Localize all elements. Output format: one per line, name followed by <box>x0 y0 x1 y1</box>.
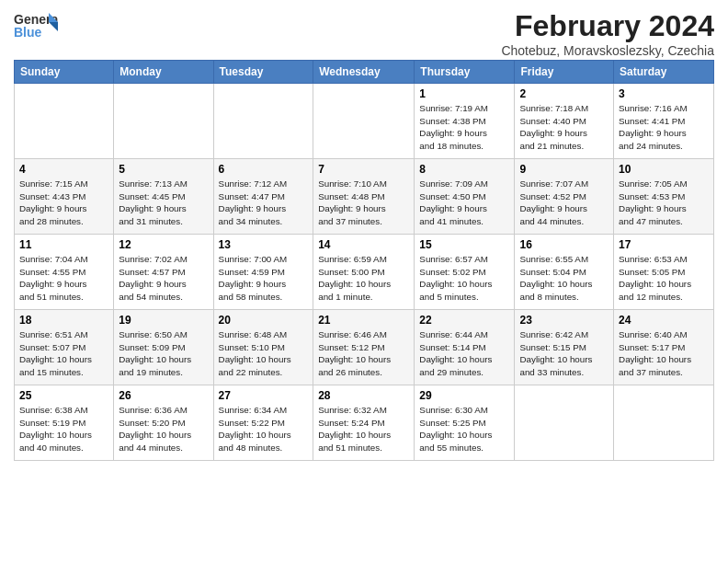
day-number: 16 <box>519 238 609 251</box>
day-info: Sunrise: 6:55 AM Sunset: 5:04 PM Dayligh… <box>519 253 609 304</box>
day-info: Sunrise: 7:02 AM Sunset: 4:57 PM Dayligh… <box>119 253 208 304</box>
calendar-cell: 19Sunrise: 6:50 AM Sunset: 5:09 PM Dayli… <box>114 310 213 385</box>
day-number: 24 <box>619 314 709 327</box>
day-number: 25 <box>19 389 108 402</box>
month-title: February 2024 <box>501 9 714 43</box>
day-info: Sunrise: 7:00 AM Sunset: 4:59 PM Dayligh… <box>219 253 309 304</box>
weekday-header-wednesday: Wednesday <box>313 61 415 84</box>
day-info: Sunrise: 6:50 AM Sunset: 5:09 PM Dayligh… <box>119 328 208 379</box>
weekday-header-thursday: Thursday <box>415 61 515 84</box>
day-number: 6 <box>219 163 309 176</box>
weekday-header-friday: Friday <box>515 61 614 84</box>
calendar-cell <box>213 84 313 159</box>
calendar-cell: 13Sunrise: 7:00 AM Sunset: 4:59 PM Dayli… <box>213 235 313 310</box>
calendar-cell: 18Sunrise: 6:51 AM Sunset: 5:07 PM Dayli… <box>15 310 114 385</box>
calendar-cell: 4Sunrise: 7:15 AM Sunset: 4:43 PM Daylig… <box>15 159 114 235</box>
calendar-cell: 25Sunrise: 6:38 AM Sunset: 5:19 PM Dayli… <box>15 385 114 461</box>
day-number: 19 <box>119 314 208 327</box>
day-number: 11 <box>19 238 108 251</box>
calendar-cell <box>15 84 114 159</box>
day-info: Sunrise: 7:15 AM Sunset: 4:43 PM Dayligh… <box>19 178 108 228</box>
day-info: Sunrise: 6:44 AM Sunset: 5:14 PM Dayligh… <box>419 328 509 379</box>
day-info: Sunrise: 6:40 AM Sunset: 5:17 PM Dayligh… <box>619 328 709 379</box>
calendar-cell: 29Sunrise: 6:30 AM Sunset: 5:25 PM Dayli… <box>415 385 515 461</box>
calendar-cell: 3Sunrise: 7:16 AM Sunset: 4:41 PM Daylig… <box>614 84 714 159</box>
calendar-cell: 10Sunrise: 7:05 AM Sunset: 4:53 PM Dayli… <box>614 159 714 235</box>
calendar-cell: 9Sunrise: 7:07 AM Sunset: 4:52 PM Daylig… <box>515 159 614 235</box>
calendar-cell: 15Sunrise: 6:57 AM Sunset: 5:02 PM Dayli… <box>415 235 515 310</box>
calendar-cell: 17Sunrise: 6:53 AM Sunset: 5:05 PM Dayli… <box>614 235 714 310</box>
day-info: Sunrise: 7:19 AM Sunset: 4:38 PM Dayligh… <box>419 102 509 153</box>
day-info: Sunrise: 7:12 AM Sunset: 4:47 PM Dayligh… <box>219 178 309 228</box>
calendar-cell: 7Sunrise: 7:10 AM Sunset: 4:48 PM Daylig… <box>313 159 415 235</box>
day-info: Sunrise: 7:10 AM Sunset: 4:48 PM Dayligh… <box>318 178 409 228</box>
day-info: Sunrise: 7:16 AM Sunset: 4:41 PM Dayligh… <box>619 102 709 153</box>
day-info: Sunrise: 7:13 AM Sunset: 4:45 PM Dayligh… <box>119 178 208 228</box>
calendar-cell: 22Sunrise: 6:44 AM Sunset: 5:14 PM Dayli… <box>415 310 515 385</box>
day-info: Sunrise: 7:07 AM Sunset: 4:52 PM Dayligh… <box>519 178 609 228</box>
day-number: 1 <box>419 87 509 100</box>
day-number: 9 <box>519 163 609 176</box>
day-number: 18 <box>19 314 108 327</box>
day-info: Sunrise: 6:32 AM Sunset: 5:24 PM Dayligh… <box>318 404 409 454</box>
calendar-cell: 24Sunrise: 6:40 AM Sunset: 5:17 PM Dayli… <box>614 310 714 385</box>
calendar-cell: 20Sunrise: 6:48 AM Sunset: 5:10 PM Dayli… <box>213 310 313 385</box>
calendar-cell: 6Sunrise: 7:12 AM Sunset: 4:47 PM Daylig… <box>213 159 313 235</box>
day-number: 12 <box>119 238 208 251</box>
day-number: 2 <box>519 87 609 100</box>
day-number: 4 <box>19 163 108 176</box>
calendar-cell: 12Sunrise: 7:02 AM Sunset: 4:57 PM Dayli… <box>114 235 213 310</box>
calendar-cell: 28Sunrise: 6:32 AM Sunset: 5:24 PM Dayli… <box>313 385 415 461</box>
weekday-header-sunday: Sunday <box>15 61 114 84</box>
day-number: 27 <box>219 389 309 402</box>
calendar-cell: 2Sunrise: 7:18 AM Sunset: 4:40 PM Daylig… <box>515 84 614 159</box>
day-info: Sunrise: 6:36 AM Sunset: 5:20 PM Dayligh… <box>119 404 208 454</box>
day-info: Sunrise: 6:57 AM Sunset: 5:02 PM Dayligh… <box>419 253 509 304</box>
calendar-cell: 8Sunrise: 7:09 AM Sunset: 4:50 PM Daylig… <box>415 159 515 235</box>
weekday-header-saturday: Saturday <box>614 61 714 84</box>
day-info: Sunrise: 7:04 AM Sunset: 4:55 PM Dayligh… <box>19 253 108 304</box>
calendar-cell: 11Sunrise: 7:04 AM Sunset: 4:55 PM Dayli… <box>15 235 114 310</box>
day-number: 29 <box>419 389 509 402</box>
day-number: 20 <box>219 314 309 327</box>
day-info: Sunrise: 7:05 AM Sunset: 4:53 PM Dayligh… <box>619 178 709 228</box>
calendar-cell <box>614 385 714 461</box>
day-info: Sunrise: 6:59 AM Sunset: 5:00 PM Dayligh… <box>318 253 409 304</box>
day-info: Sunrise: 7:18 AM Sunset: 4:40 PM Dayligh… <box>519 102 609 153</box>
day-info: Sunrise: 6:51 AM Sunset: 5:07 PM Dayligh… <box>19 328 108 379</box>
day-number: 13 <box>219 238 309 251</box>
day-number: 5 <box>119 163 208 176</box>
calendar-cell: 14Sunrise: 6:59 AM Sunset: 5:00 PM Dayli… <box>313 235 415 310</box>
location-subtitle: Chotebuz, Moravskoslezsky, Czechia <box>501 43 714 58</box>
calendar-table: SundayMondayTuesdayWednesdayThursdayFrid… <box>14 60 714 461</box>
calendar-cell <box>313 84 415 159</box>
day-number: 15 <box>419 238 509 251</box>
calendar-cell: 21Sunrise: 6:46 AM Sunset: 5:12 PM Dayli… <box>313 310 415 385</box>
calendar-cell: 26Sunrise: 6:36 AM Sunset: 5:20 PM Dayli… <box>114 385 213 461</box>
day-number: 22 <box>419 314 509 327</box>
day-number: 14 <box>318 238 409 251</box>
weekday-header-monday: Monday <box>114 61 213 84</box>
calendar-cell: 23Sunrise: 6:42 AM Sunset: 5:15 PM Dayli… <box>515 310 614 385</box>
day-info: Sunrise: 6:48 AM Sunset: 5:10 PM Dayligh… <box>219 328 309 379</box>
day-number: 7 <box>318 163 409 176</box>
day-number: 28 <box>318 389 409 402</box>
calendar-cell <box>515 385 614 461</box>
day-info: Sunrise: 6:30 AM Sunset: 5:25 PM Dayligh… <box>419 404 509 454</box>
calendar-cell: 5Sunrise: 7:13 AM Sunset: 4:45 PM Daylig… <box>114 159 213 235</box>
day-number: 3 <box>619 87 709 100</box>
day-info: Sunrise: 6:46 AM Sunset: 5:12 PM Dayligh… <box>318 328 409 379</box>
day-info: Sunrise: 6:53 AM Sunset: 5:05 PM Dayligh… <box>619 253 709 304</box>
day-info: Sunrise: 6:34 AM Sunset: 5:22 PM Dayligh… <box>219 404 309 454</box>
day-number: 17 <box>619 238 709 251</box>
day-number: 10 <box>619 163 709 176</box>
calendar-cell <box>114 84 213 159</box>
logo: General Blue <box>14 9 58 50</box>
weekday-header-tuesday: Tuesday <box>213 61 313 84</box>
calendar-cell: 16Sunrise: 6:55 AM Sunset: 5:04 PM Dayli… <box>515 235 614 310</box>
day-info: Sunrise: 6:38 AM Sunset: 5:19 PM Dayligh… <box>19 404 108 454</box>
day-number: 26 <box>119 389 208 402</box>
day-number: 23 <box>519 314 609 327</box>
day-info: Sunrise: 7:09 AM Sunset: 4:50 PM Dayligh… <box>419 178 509 228</box>
calendar-cell: 1Sunrise: 7:19 AM Sunset: 4:38 PM Daylig… <box>415 84 515 159</box>
